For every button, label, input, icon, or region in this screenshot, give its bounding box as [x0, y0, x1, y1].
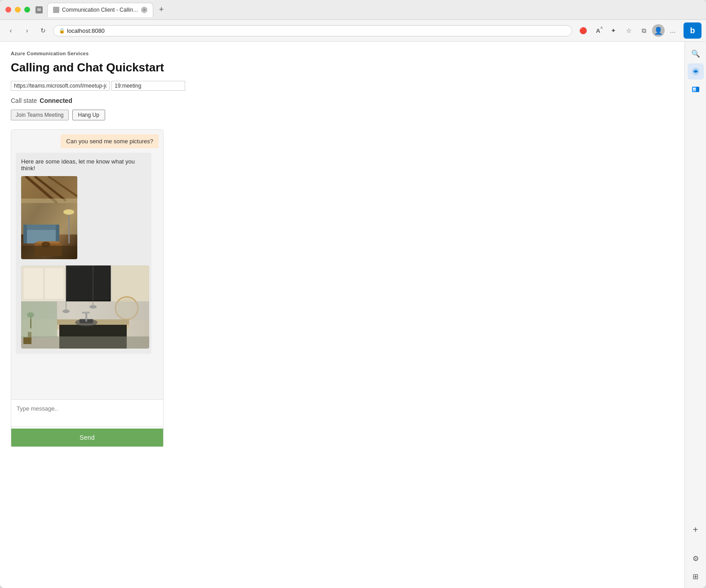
meeting-inputs — [11, 81, 674, 91]
forward-button[interactable]: › — [21, 24, 33, 37]
security-icon: 🔒 — [59, 28, 64, 33]
security-badge-button[interactable]: 🔴 — [576, 23, 590, 38]
svg-point-17 — [63, 209, 74, 215]
svg-rect-24 — [68, 267, 88, 300]
svg-rect-0 — [37, 9, 41, 9]
sidebar-copilot-icon[interactable] — [688, 63, 704, 80]
meeting-id-input[interactable] — [111, 81, 185, 91]
tab-favicon — [53, 7, 59, 13]
svg-rect-42 — [23, 337, 31, 344]
collections-button[interactable]: ⧉ — [637, 23, 651, 38]
svg-rect-46 — [21, 301, 57, 337]
tab-bar: Communication Client - Callin… × + — [47, 3, 701, 17]
close-window-button[interactable] — [5, 7, 11, 13]
sidebar-grid-icon[interactable]: ⊞ — [688, 568, 704, 584]
chat-container: Can you send me some pictures? Here are … — [11, 129, 164, 447]
page-title: Calling and Chat Quickstart — [11, 61, 674, 75]
chat-image-1 — [21, 176, 146, 259]
back-button[interactable]: ‹ — [4, 24, 17, 37]
call-state-row: Call state Connected — [11, 97, 674, 104]
sent-message-text: Here are some ideas, let me know what yo… — [21, 158, 146, 172]
maximize-window-button[interactable] — [24, 7, 30, 13]
read-aloud-button[interactable]: A A — [591, 23, 605, 38]
sidebar-search-icon[interactable]: 🔍 — [688, 45, 704, 62]
call-state-label: Call state — [11, 97, 37, 104]
hang-up-button[interactable]: Hang Up — [72, 110, 105, 120]
button-row: Join Teams Meeting Hang Up — [11, 110, 674, 120]
svg-rect-10 — [23, 225, 59, 230]
sidebar-add-icon[interactable]: + — [688, 522, 704, 538]
toolbar-actions: 🔴 A A ✦ ☆ ⧉ 👤 … — [576, 23, 680, 38]
window-icon — [36, 6, 43, 13]
minimize-window-button[interactable] — [15, 7, 21, 13]
tab-close-button[interactable]: × — [141, 7, 147, 13]
edge-copilot-button[interactable]: b — [684, 22, 702, 39]
svg-rect-40 — [21, 336, 149, 349]
chat-input-area: Send — [11, 399, 163, 447]
call-state-value: Connected — [40, 97, 72, 104]
received-message-text: Can you send me some pictures? — [66, 138, 153, 145]
svg-rect-25 — [89, 267, 109, 300]
svg-rect-22 — [44, 268, 64, 299]
title-bar: Communication Client - Callin… × + — [0, 0, 706, 20]
chat-image-2 — [21, 265, 146, 349]
url-display: localhost:8080 — [67, 27, 566, 34]
sidebar-outlook-icon[interactable]: o — [688, 81, 704, 97]
svg-rect-1 — [37, 9, 41, 10]
join-teams-meeting-button[interactable]: Join Teams Meeting — [11, 110, 69, 120]
svg-rect-26 — [111, 265, 149, 301]
active-tab[interactable]: Communication Client - Callin… × — [47, 3, 153, 17]
more-options-button[interactable]: … — [666, 23, 680, 38]
tab-label: Communication Client - Callin… — [62, 7, 138, 13]
chat-messages: Can you send me some pictures? Here are … — [11, 130, 163, 399]
sidebar-settings-icon[interactable]: ⚙ — [688, 550, 704, 566]
browser-copilot-button[interactable]: ✦ — [606, 23, 621, 38]
profile-button[interactable]: 👤 — [652, 24, 665, 37]
sent-message-bubble: Here are some ideas, let me know what yo… — [16, 153, 151, 354]
svg-rect-11 — [23, 225, 27, 243]
svg-rect-12 — [56, 225, 59, 243]
svg-text:o: o — [693, 88, 695, 91]
traffic-lights — [5, 7, 30, 13]
new-tab-button[interactable]: + — [155, 4, 168, 16]
svg-rect-9 — [23, 228, 59, 243]
svg-rect-21 — [23, 268, 44, 299]
browser-toolbar: ‹ › ↻ 🔒 localhost:8080 🔴 A A ✦ ☆ ⧉ — [0, 20, 706, 42]
favorites-button[interactable]: ☆ — [622, 23, 636, 38]
svg-rect-2 — [37, 10, 41, 11]
received-message: Can you send me some pictures? — [16, 134, 159, 148]
svg-rect-16 — [68, 212, 70, 243]
send-message-button[interactable]: Send — [11, 429, 163, 447]
page-content: Azure Communication Services Calling and… — [0, 42, 684, 588]
svg-rect-18 — [21, 246, 77, 259]
sent-message: Here are some ideas, let me know what yo… — [16, 153, 159, 354]
refresh-button[interactable]: ↻ — [37, 24, 49, 37]
edge-sidebar: 🔍 o + ⚙ ⊞ — [684, 42, 706, 588]
received-message-bubble: Can you send me some pictures? — [61, 134, 159, 148]
address-bar[interactable]: 🔒 localhost:8080 — [53, 25, 572, 36]
browser-body: Azure Communication Services Calling and… — [0, 42, 706, 588]
meeting-url-input[interactable] — [11, 81, 110, 91]
chat-message-input[interactable] — [11, 400, 163, 427]
page-subtitle: Azure Communication Services — [11, 51, 674, 56]
